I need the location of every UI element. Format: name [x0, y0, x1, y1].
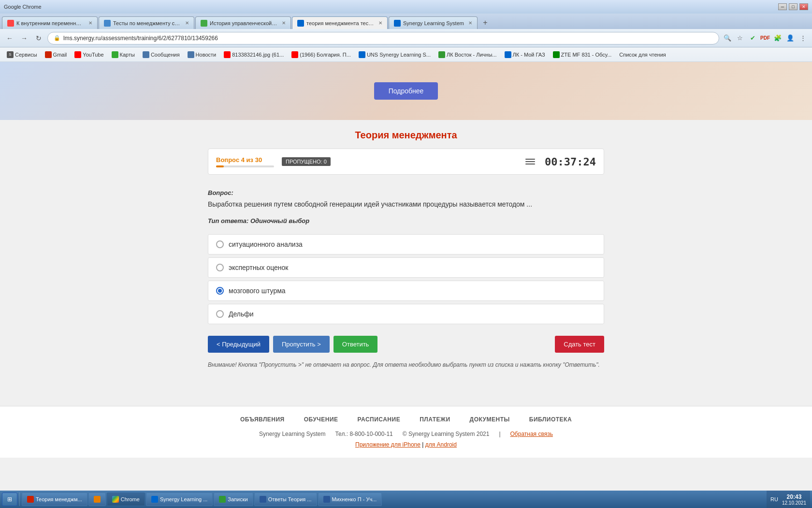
- menu-icon[interactable]: ⋮: [798, 33, 808, 44]
- new-tab-button[interactable]: +: [478, 16, 492, 29]
- bookmark-zte[interactable]: ZTE MF 831 - Обсу...: [550, 50, 615, 59]
- footer-app-ios[interactable]: Приложение для iPhone: [355, 441, 420, 448]
- footer-link-library[interactable]: БИБЛИОТЕКА: [529, 416, 572, 423]
- submit-button[interactable]: Сдать тест: [555, 336, 604, 353]
- check-icon[interactable]: ✔: [747, 33, 758, 44]
- radio-button-2[interactable]: [216, 264, 224, 271]
- footer-nav: ОБЪЯВЛЕНИЯ ОБУЧЕНИЕ РАСПИСАНИЕ ПЛАТЕЖИ Д…: [0, 406, 812, 458]
- bookmark-services[interactable]: S Сервисы: [4, 50, 40, 59]
- extension-icon[interactable]: 🧩: [772, 33, 783, 44]
- bookmark-gmail[interactable]: Gmail: [42, 50, 70, 59]
- tray-time-value: 20:43: [782, 493, 806, 500]
- radio-button-1[interactable]: [216, 240, 224, 248]
- footer-feedback[interactable]: Обратная связь: [510, 431, 553, 437]
- type-value: Одиночный выбор: [250, 217, 309, 224]
- taskbar-item-synergy[interactable]: Synergy Learning ...: [146, 493, 213, 506]
- bookmark-yt2[interactable]: (1966) Болгария. П...: [289, 50, 354, 59]
- bookmark-gaz[interactable]: ЛК - Мой ГАЗ: [502, 50, 548, 59]
- skip-button[interactable]: Пропустить >: [273, 336, 330, 353]
- taskbar-item-word1[interactable]: Ответы Теория ...: [254, 493, 317, 506]
- tab-close-4[interactable]: ✕: [378, 20, 382, 26]
- address-bar[interactable]: 🔒 lms.synergy.ru/assessments/training/6/…: [47, 32, 719, 45]
- answer-option-3[interactable]: мозгового штурма: [208, 281, 604, 301]
- question-total: 30: [255, 156, 262, 164]
- bookmark-lk[interactable]: ЛК Восток - Личны...: [435, 50, 500, 59]
- tab-3[interactable]: История управленческой мысл... ✕: [195, 16, 291, 29]
- taskbar-icon-notes: [219, 496, 226, 503]
- tab-close-3[interactable]: ✕: [282, 20, 286, 26]
- bookmark-maps-label: Карты: [120, 52, 135, 58]
- footer-link-schedule[interactable]: РАСПИСАНИЕ: [358, 416, 401, 423]
- bookmark-services-label: Сервисы: [15, 52, 37, 58]
- taskbar-icon-synergy: [151, 496, 158, 503]
- footer-link-payments[interactable]: ПЛАТЕЖИ: [420, 416, 450, 423]
- tab-close-2[interactable]: ✕: [185, 20, 189, 26]
- hamburger-menu-icon[interactable]: [523, 155, 537, 168]
- taskbar-item-word2[interactable]: Михненко П - Уч...: [318, 493, 382, 506]
- tab-1[interactable]: К внутренним переменным ор... ✕: [2, 16, 98, 29]
- reload-button[interactable]: ↻: [33, 32, 44, 44]
- minimize-button[interactable]: ─: [778, 3, 787, 10]
- question-label: Вопрос:: [208, 189, 604, 196]
- tab-5[interactable]: Synergy Learning System ✕: [389, 16, 478, 29]
- search-icon[interactable]: 🔍: [722, 33, 733, 44]
- bookmark-maps[interactable]: Карты: [109, 50, 138, 59]
- user-icon[interactable]: 👤: [785, 33, 796, 44]
- tab-4[interactable]: теория менеджмента тест для ... ✕: [292, 16, 388, 29]
- prev-button[interactable]: < Предыдущий: [208, 336, 269, 353]
- tab-label-1: К внутренним переменным ор...: [16, 20, 84, 26]
- bookmark-reading-list-label: Список для чтения: [619, 52, 666, 58]
- footer-link-announcements[interactable]: ОБЪЯВЛЕНИЯ: [240, 416, 285, 423]
- radio-button-4[interactable]: [216, 310, 224, 318]
- details-button[interactable]: Подробнее: [374, 82, 438, 100]
- taskbar-item-notes[interactable]: Записки: [214, 493, 253, 506]
- taskbar-item-1[interactable]: Теория менеджм...: [22, 493, 87, 506]
- radio-button-3[interactable]: [216, 287, 224, 295]
- footer-phone: Тел.: 8-800-10-000-11: [335, 431, 392, 437]
- browser-tabs-bar: К внутренним переменным ор... ✕ Тесты по…: [0, 14, 812, 29]
- taskbar-icon-2: [94, 496, 101, 503]
- close-button[interactable]: ✕: [799, 3, 808, 10]
- maximize-button[interactable]: □: [789, 3, 798, 10]
- back-button[interactable]: ←: [4, 32, 15, 44]
- bookmark-reading-list[interactable]: Список для чтения: [616, 51, 668, 59]
- tab-label-3: История управленческой мысл...: [210, 20, 277, 26]
- bookmark-uns[interactable]: UNS Synergy Learning S...: [356, 50, 434, 59]
- tab-2[interactable]: Тесты по менеджменту с отвеТ... ✕: [99, 16, 194, 29]
- question-body: Вопрос: Выработка решения путем свободно…: [208, 184, 604, 377]
- start-icon: ⊞: [7, 496, 12, 503]
- forward-button[interactable]: →: [18, 32, 30, 44]
- browser-title-text: Google Chrome: [4, 4, 42, 10]
- answer-option-2[interactable]: экспертных оценок: [208, 257, 604, 278]
- footer-link-training[interactable]: ОБУЧЕНИЕ: [304, 416, 338, 423]
- bookmark-messages[interactable]: Сообщения: [140, 50, 183, 59]
- star-icon[interactable]: ☆: [735, 33, 745, 44]
- answer-text-2: экспертных оценок: [229, 264, 288, 271]
- bookmark-yt2-label: (1966) Болгария. П...: [300, 52, 351, 58]
- menu-line-3: [525, 164, 535, 164]
- tray-lang[interactable]: RU: [770, 496, 778, 502]
- bookmark-youtube[interactable]: YouTube: [72, 50, 106, 59]
- tab-favicon-1: [7, 20, 14, 27]
- tab-close-1[interactable]: ✕: [88, 20, 92, 26]
- test-title: Теория менеджмента: [208, 130, 604, 141]
- answer-option-1[interactable]: ситуационного анализа: [208, 234, 604, 254]
- answer-button[interactable]: Ответить: [334, 336, 378, 353]
- taskbar-item-2[interactable]: [88, 493, 106, 506]
- browser-titlebar: Google Chrome ─ □ ✕: [0, 0, 812, 14]
- answer-option-4[interactable]: Дельфи: [208, 304, 604, 324]
- taskbar-tray: RU 20:43 12.10.2021: [767, 491, 810, 508]
- footer-link-documents[interactable]: ДОКУМЕНТЫ: [470, 416, 510, 423]
- pdf-icon[interactable]: PDF: [760, 33, 770, 44]
- tab-close-5[interactable]: ✕: [468, 20, 472, 26]
- bookmark-img[interactable]: 8133832146.jpg (61...: [221, 50, 287, 59]
- taskbar-label-word2: Михненко П - Уч...: [332, 496, 377, 502]
- start-button[interactable]: ⊞: [2, 493, 17, 506]
- footer-copyright: © Synergy Learning System 2021: [403, 431, 490, 437]
- taskbar-item-chrome[interactable]: Chrome: [107, 493, 145, 506]
- address-text: lms.synergy.ru/assessments/training/6/2/…: [63, 35, 713, 42]
- tab-label-2: Тесты по менеджменту с отвеТ...: [113, 20, 181, 26]
- question-counter-label: Вопрос 4 из 30: [216, 156, 274, 164]
- bookmark-news[interactable]: Новости: [185, 50, 219, 59]
- footer-app-android[interactable]: для Android: [425, 441, 457, 448]
